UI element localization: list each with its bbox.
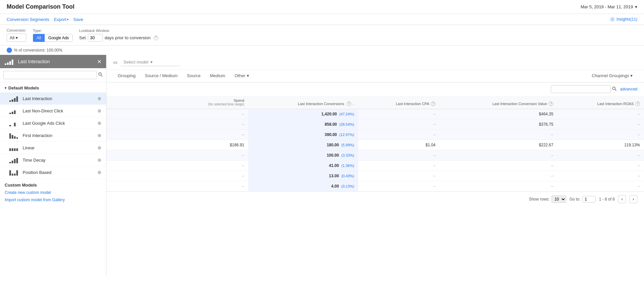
insights-button[interactable]: i Insights(11) [610,17,637,22]
model-label-first-interaction: First Interaction [23,133,94,138]
cell-conv-value: – [439,171,557,181]
select-model-arrow: ▾ [150,60,153,65]
table-search-input[interactable] [551,85,611,93]
th-spend-sub: (for selected time range) [177,102,244,106]
model-item-last-interaction[interactable]: Last Interaction ⊕ [0,92,106,105]
cpa-help-icon[interactable]: ? [431,101,435,106]
roas-help-icon[interactable]: ? [635,101,640,106]
model-label-time-decay: Time Decay [23,158,94,163]
conversions-help-icon[interactable]: ? [347,101,351,106]
cell-conv-value: – [439,161,557,171]
table-search-button[interactable] [612,86,617,92]
svg-point-4 [612,87,615,89]
type-google-ads-button[interactable]: Google Ads [45,34,73,42]
model-item-linear[interactable]: Linear ⊕ [0,142,106,154]
create-custom-model-link[interactable]: Create new custom model [5,190,101,195]
save-button[interactable]: Save [73,17,83,22]
goto-input[interactable] [582,196,596,203]
model-item-position-based[interactable]: Position Based ⊕ [0,166,106,179]
tab-medium[interactable]: Medium [205,70,230,82]
cell-conversions: 180.00 (5.99%) [248,140,358,150]
add-model-last-interaction[interactable]: ⊕ [97,96,101,101]
tab-grouping-label: Grouping [118,73,135,78]
cell-roas: 119.13% [557,140,644,150]
add-model-last-google-ads[interactable]: ⊕ [97,120,101,126]
cell-cpa: – [358,171,439,181]
section-toggle[interactable]: ▾ [5,86,6,90]
add-model-linear[interactable]: ⊕ [97,145,101,150]
cell-name [106,109,173,119]
tab-source-medium[interactable]: Source / Medium [140,70,182,82]
selected-model-header: Last Interaction ✕ [0,55,106,68]
model-label-last-interaction: Last Interaction [23,96,94,101]
tab-source[interactable]: Source [182,70,205,82]
conversion-label: Conversion: [7,28,26,32]
cell-conversions: 858.00 (28.54%) [248,119,358,130]
first-interaction-icon [9,132,19,139]
date-range-label: Mar 5, 2019 - Mar 11, 2019 [580,4,633,9]
default-models-label: Default Models [8,85,39,90]
page-range: 1 - 8 of 8 [599,197,615,202]
left-panel: Last Interaction ✕ ▾ Default Models Last… [0,55,106,276]
model-label-linear: Linear [23,145,94,150]
vs-label: vs [113,60,117,65]
model-search-button[interactable] [98,72,103,78]
conv-value-help-icon[interactable]: ? [549,101,553,106]
next-page-button[interactable]: › [629,195,637,203]
goto-label: Go to: [569,197,580,202]
model-label-last-non-direct: Last Non-Direct Click [23,108,94,113]
cell-cpa: – [358,161,439,171]
import-custom-model-link[interactable]: Import custom model from Gallery [5,198,101,202]
th-conversions: Last Interaction Conversions ? ↓ [248,96,358,109]
lookback-input[interactable] [88,34,103,42]
add-model-time-decay[interactable]: ⊕ [97,157,101,163]
model-label-last-google-ads: Last Google Ads Click [23,121,94,126]
cell-roas: – [557,119,644,130]
prev-page-button[interactable]: ‹ [618,195,626,203]
add-model-first-interaction[interactable]: ⊕ [97,133,101,138]
cell-cpa: – [358,150,439,161]
lookback-help-icon[interactable]: ? [154,36,158,40]
table-row: – 13.00 (0.43%) – – – [106,171,644,181]
model-item-last-non-direct[interactable]: Last Non-Direct Click ⊕ [0,105,106,117]
type-all-button[interactable]: All [33,34,45,42]
conversion-select[interactable]: All ▾ [7,34,26,42]
model-item-last-google-ads[interactable]: Last Google Ads Click ⊕ [0,117,106,129]
date-range-selector[interactable]: Mar 5, 2019 - Mar 11, 2019 ▾ [580,4,637,9]
th-cpa: Last Interaction CPA ? [358,96,439,109]
cell-conv-value: $376.75 [439,119,557,130]
add-model-last-non-direct[interactable]: ⊕ [97,108,101,113]
toolbar-right: i Insights(11) [610,17,637,22]
model-item-time-decay[interactable]: Time Decay ⊕ [0,154,106,166]
right-panel: vs Select model ▾ Grouping Source / Medi… [106,55,644,276]
advanced-link[interactable]: advanced [620,87,637,91]
tab-grouping[interactable]: Grouping [113,70,140,82]
model-item-first-interaction[interactable]: First Interaction ⊕ [0,129,106,142]
export-arrow[interactable]: ▾ [67,18,69,21]
th-conversions-sort: Last Interaction Conversions ? ↓ [252,101,354,106]
last-google-ads-icon [9,120,19,126]
cell-cpa: $1.04 [358,140,439,150]
cell-spend: – [173,119,248,130]
tab-other[interactable]: Other ▾ [230,70,254,82]
add-model-position-based[interactable]: ⊕ [97,170,101,175]
export-button[interactable]: Export [54,17,67,22]
page-title: Model Comparison Tool [7,3,75,10]
search-row [0,68,106,82]
th-conv-value-label: Last Interaction Conversion Value [492,102,547,106]
custom-models-section: Custom Models Create new custom model Im… [0,179,106,204]
conversions-sort-icon[interactable]: ↓ [353,102,354,106]
rows-select[interactable]: 10 25 50 [552,196,566,203]
cell-conversions: 1,420.00 (47.24%) [248,109,358,119]
cell-conversions: 390.00 (12.97%) [248,130,358,140]
lookback-text: days prior to conversion [105,35,151,40]
table-search-row: advanced [106,82,644,96]
conversion-segments-button[interactable]: Conversion Segments [7,17,49,22]
model-search-input[interactable] [3,71,97,79]
cell-spend: – [173,181,248,192]
tab-channel-groupings[interactable]: Channel Groupings ▾ [587,70,637,82]
cell-name [106,181,173,192]
table-body: – 1,420.00 (47.24%) – $464.35 – – 858.00… [106,109,644,192]
close-panel-button[interactable]: ✕ [97,59,101,65]
select-model-dropdown[interactable]: Select model ▾ [121,58,181,66]
